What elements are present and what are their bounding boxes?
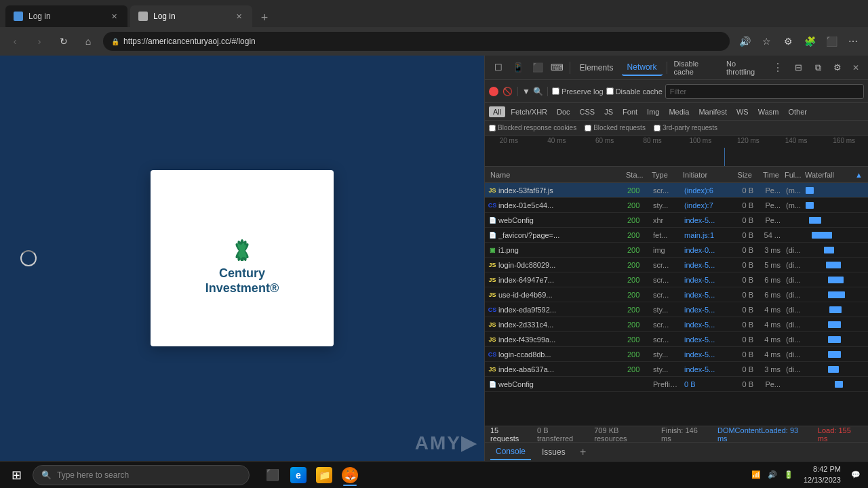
- system-clock[interactable]: 8:42 PM 12/13/2023: [798, 464, 846, 485]
- home-button[interactable]: ⌂: [79, 32, 98, 51]
- network-row-0[interactable]: JS index-53faf67f.js 200 scr... (index):…: [485, 183, 868, 198]
- console-tab[interactable]: Console: [490, 444, 531, 460]
- issues-tab[interactable]: Issues: [536, 445, 571, 460]
- more-options-btn[interactable]: ⋮: [770, 61, 786, 74]
- start-button[interactable]: ⊞: [5, 464, 27, 486]
- filter-ws[interactable]: WS: [732, 106, 753, 117]
- row-full-4: (di...: [783, 246, 804, 254]
- col-full-header[interactable]: Ful...: [782, 171, 802, 179]
- disable-cache-checkbox[interactable]: Disable cache: [606, 87, 663, 96]
- tray-volume-icon[interactable]: 🔊: [766, 468, 779, 482]
- network-panel-btn active[interactable]: Network: [622, 60, 663, 76]
- settings-btn[interactable]: ⚙: [829, 59, 846, 77]
- col-time-header[interactable]: Time: [755, 171, 782, 179]
- clear-button[interactable]: 🚫: [501, 85, 513, 98]
- explorer-app[interactable]: 📁: [312, 463, 336, 487]
- search-btn[interactable]: 🔍: [533, 87, 543, 96]
- filter-doc[interactable]: Doc: [553, 106, 574, 117]
- waterfall-label: Waterfall: [805, 171, 834, 179]
- network-row-2[interactable]: 📄 webConfig 200 xhr index-5... 0 B Pe...: [485, 213, 868, 228]
- extensions-icon[interactable]: 🧩: [800, 32, 819, 51]
- devtools-toolbar: ☐ 📱 ⬛ ⌨ Elements Network Disable cache N…: [485, 56, 868, 80]
- filter-all[interactable]: All: [489, 106, 505, 117]
- filter-wasm[interactable]: Wasm: [754, 106, 783, 117]
- network-rows[interactable]: JS index-53faf67f.js 200 scr... (index):…: [485, 183, 868, 426]
- filter-toggle-btn[interactable]: ▼: [522, 87, 530, 96]
- back-button[interactable]: ‹: [5, 32, 24, 51]
- network-row-10[interactable]: JS index-f439c99a... 200 scr... index-5.…: [485, 332, 868, 347]
- more-tools-icon[interactable]: ⋯: [844, 32, 863, 51]
- network-row-8[interactable]: CS index-eda9f592... 200 sty... index-5.…: [485, 302, 868, 317]
- blocked-cookies-check[interactable]: Blocked response cookies: [489, 124, 576, 131]
- filter-css[interactable]: CSS: [576, 106, 599, 117]
- undock-btn[interactable]: ⧉: [810, 59, 827, 77]
- row-initiator-13: 0 B: [682, 380, 736, 388]
- add-panel-btn[interactable]: +: [576, 445, 590, 459]
- preserve-log-input[interactable]: [552, 87, 559, 95]
- notification-button[interactable]: 💬: [849, 468, 863, 482]
- page-content: Century Investment® AMY▶: [0, 56, 484, 461]
- blocked-requests-input[interactable]: [585, 125, 591, 131]
- record-button[interactable]: [489, 87, 498, 96]
- refresh-button[interactable]: ↻: [54, 32, 73, 51]
- tab-close-2[interactable]: ✕: [233, 11, 244, 22]
- elements-panel-btn[interactable]: Elements: [574, 60, 619, 75]
- tab-1[interactable]: Log in ✕: [5, 5, 127, 27]
- tray-battery-icon[interactable]: 🔋: [782, 468, 795, 482]
- filter-fetch-xhr[interactable]: Fetch/XHR: [507, 106, 551, 117]
- preserve-log-checkbox[interactable]: Preserve log: [552, 87, 604, 96]
- filter-input[interactable]: [665, 84, 864, 99]
- row-type-1: sty...: [650, 201, 682, 209]
- forward-button[interactable]: ›: [30, 32, 49, 51]
- network-row-7[interactable]: JS use-id-de4b69... 200 scr... index-5..…: [485, 287, 868, 302]
- col-type-header[interactable]: Type: [649, 171, 680, 179]
- tab-2[interactable]: Log in ✕: [130, 5, 252, 27]
- status-dom-content: DOMContentLoaded: 93 ms: [717, 426, 810, 443]
- new-tab-button[interactable]: +: [255, 8, 274, 27]
- edge-app[interactable]: e: [286, 463, 311, 487]
- firefox-app[interactable]: 🦊: [338, 463, 362, 487]
- filter-other[interactable]: Other: [784, 106, 811, 117]
- col-name-header[interactable]: Name: [488, 171, 623, 179]
- dock-btn[interactable]: ⊟: [790, 59, 807, 77]
- console-drawer-btn[interactable]: ⌨: [549, 59, 566, 77]
- device-toolbar-btn[interactable]: 📱: [510, 59, 527, 77]
- devtools-close-btn[interactable]: ✕: [848, 60, 863, 75]
- filter-img[interactable]: Img: [643, 106, 663, 117]
- network-row-5[interactable]: JS login-0dc88029... 200 scr... index-5.…: [485, 258, 868, 272]
- network-row-11[interactable]: CS login-ccad8db... 200 sty... index-5..…: [485, 347, 868, 362]
- network-row-4[interactable]: ▣ i1.png 200 img index-0... 0 B 3 ms (di…: [485, 243, 868, 258]
- disable-cache-input[interactable]: [606, 87, 614, 95]
- blocked-cookies-input[interactable]: [489, 125, 496, 131]
- taskbar-search[interactable]: 🔍 Type here to search: [33, 465, 250, 485]
- row-waterfall-11: [804, 350, 865, 359]
- col-status-header[interactable]: Sta...: [623, 171, 649, 179]
- inspect-element-btn[interactable]: ☐: [490, 59, 507, 77]
- filter-manifest[interactable]: Manifest: [694, 106, 731, 117]
- browser-settings-icon[interactable]: ⚙: [778, 32, 797, 51]
- split-screen-icon[interactable]: ⬛: [822, 32, 841, 51]
- blocked-requests-check[interactable]: Blocked requests: [585, 124, 646, 131]
- waterfall-bar-1: [806, 202, 814, 209]
- elements-tab-btn[interactable]: ⬛: [529, 59, 546, 77]
- network-row-1[interactable]: CS index-01e5c44... 200 sty... (index):7…: [485, 198, 868, 213]
- url-bar[interactable]: 🔒 https://americancenturyaoj.cc/#/login: [103, 32, 730, 51]
- network-row-3[interactable]: 📄 _favicon/?page=... 200 fet... main.js:…: [485, 228, 868, 243]
- tab-close-1[interactable]: ✕: [108, 11, 119, 22]
- col-waterfall-header[interactable]: Waterfall ▲: [802, 171, 865, 179]
- network-row-9[interactable]: JS index-2d331c4... 200 scr... index-5..…: [485, 317, 868, 332]
- third-party-input[interactable]: [654, 125, 660, 131]
- third-party-check[interactable]: 3rd-party requests: [654, 124, 717, 131]
- filter-media[interactable]: Media: [665, 106, 693, 117]
- filter-font[interactable]: Font: [618, 106, 642, 117]
- network-row-12[interactable]: JS index-aba637a... 200 sty... index-5..…: [485, 362, 868, 377]
- favorites-icon[interactable]: ☆: [757, 32, 776, 51]
- col-size-header[interactable]: Size: [734, 171, 755, 179]
- network-row-13[interactable]: 📄 webConfig Preflig... 0 B 0 B Pe...: [485, 377, 868, 392]
- task-view-btn[interactable]: ⬛: [260, 463, 285, 487]
- filter-js[interactable]: JS: [600, 106, 617, 117]
- read-aloud-icon[interactable]: 🔊: [735, 32, 754, 51]
- col-initiator-header[interactable]: Initiator: [680, 171, 734, 179]
- network-row-6[interactable]: JS index-64947e7... 200 scr... index-5..…: [485, 272, 868, 287]
- tray-network-icon[interactable]: 📶: [749, 468, 763, 482]
